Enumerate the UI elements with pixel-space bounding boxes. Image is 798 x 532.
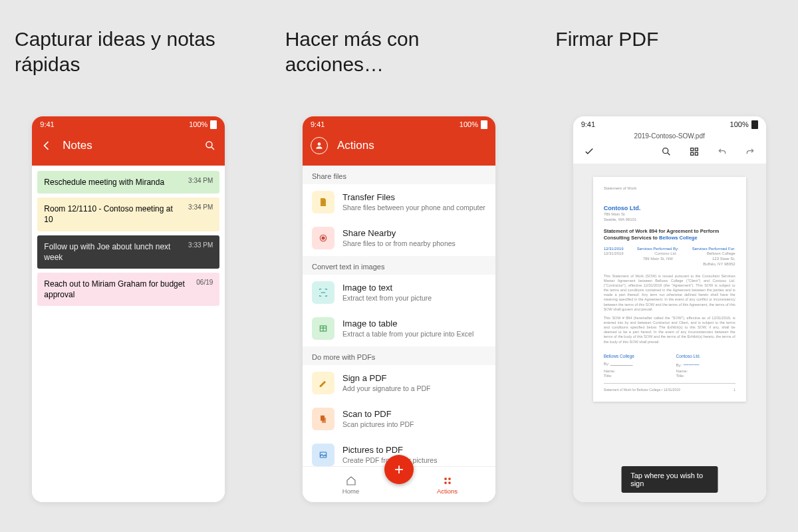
image-to-text-icon: [312, 281, 334, 304]
note-item[interactable]: Reach out to Miriam Graham for budget ap…: [37, 273, 219, 306]
bottom-nav: Home + Actions: [303, 466, 495, 502]
note-item[interactable]: Follow up with Joe about lunch next week…: [37, 235, 219, 269]
svg-point-11: [448, 481, 451, 484]
sig-label: Title:: [676, 374, 685, 378]
doc-page: 1: [733, 388, 735, 392]
action-title: Image to text: [342, 283, 432, 293]
action-title: Share Nearby: [342, 228, 456, 239]
section-label: Share files: [303, 166, 495, 184]
nav-label: Home: [342, 487, 359, 495]
battery-icon: [210, 120, 217, 129]
search-icon[interactable]: [203, 139, 217, 152]
action-scan-pdf[interactable]: Scan to PDF Scan pictures into PDF: [303, 401, 495, 437]
panel-sign-pdf: Firmar PDF 9:41 100% 2019-Contoso-SOW.pd…: [541, 0, 798, 532]
action-title: Scan to PDF: [342, 409, 414, 420]
note-item[interactable]: Room 12/1110 - Contoso meeting at 10 3:3…: [37, 198, 219, 231]
action-image-to-text[interactable]: Image to text Extract text from your pic…: [303, 275, 495, 311]
doc-col-head: Services Performed For:: [692, 247, 735, 252]
doc-by-addr: 789 Main St, NW: [643, 257, 673, 262]
doc-addr: 789 Main St: [604, 212, 735, 217]
panel-title: Hacer más con acciones…: [285, 27, 513, 80]
sig-label: Name:: [604, 369, 616, 373]
actions-header: 9:41 100% Actions: [303, 116, 495, 166]
sig-org: Contoso Ltd.: [676, 354, 701, 358]
sig-label: Title:: [604, 374, 612, 378]
transfer-icon: [312, 191, 334, 213]
doc-for: Bellows College: [707, 251, 735, 257]
action-image-to-table[interactable]: Image to table Extract a table from your…: [303, 311, 495, 346]
svg-point-10: [444, 481, 447, 484]
note-time: 3:34 PM: [188, 203, 213, 211]
svg-rect-15: [690, 152, 693, 155]
pdf-viewport[interactable]: Statement of Work Contoso Ltd. 789 Main …: [573, 164, 766, 502]
fab-add[interactable]: +: [384, 455, 414, 484]
nav-label: Actions: [437, 487, 458, 495]
note-text: Follow up with Joe about lunch next week: [44, 241, 183, 263]
action-sign-pdf[interactable]: Sign a PDF Add your signature to a PDF: [303, 365, 495, 401]
svg-point-1: [318, 142, 321, 146]
svg-rect-6: [322, 418, 326, 423]
status-time: 9:41: [40, 120, 54, 128]
action-title: Pictures to PDF: [342, 445, 437, 456]
action-subtitle: Share files to or from nearby phones: [342, 239, 456, 248]
pictures-pdf-icon: [312, 444, 334, 466]
sig-label: By:: [604, 362, 610, 366]
sig-label: Name:: [676, 369, 688, 373]
svg-rect-16: [695, 152, 698, 155]
status-time: 9:41: [311, 120, 325, 128]
sign-pdf-icon: [312, 372, 334, 394]
back-icon[interactable]: [40, 139, 53, 152]
undo-icon[interactable]: [716, 145, 729, 158]
status-battery: 100%: [460, 120, 478, 128]
grid-icon[interactable]: [688, 145, 701, 158]
doc-sow-title: Statement of Work 894 for Agreement to P…: [604, 228, 735, 241]
action-share-nearby[interactable]: Share Nearby Share files to or from near…: [303, 220, 495, 256]
doc-date: 12/31/2019: [604, 247, 624, 252]
toast-sign-hint: Tap where you wish to sign: [621, 466, 718, 493]
status-bar: 9:41 100%: [32, 116, 225, 132]
doc-for-addr: Buffalo, NY 98052: [703, 262, 735, 267]
section-label: Do more with PDFs: [303, 346, 495, 365]
battery-icon: [481, 120, 487, 129]
doc-type: Statement of Work: [604, 186, 735, 192]
doc-para: This Statement of Work (SOW) is issued p…: [604, 274, 735, 312]
note-text: Room 12/1110 - Contoso meeting at 10: [44, 203, 183, 225]
nav-home[interactable]: Home: [331, 475, 371, 495]
image-to-table-icon: [312, 317, 334, 340]
note-time: 06/19: [196, 279, 213, 286]
status-bar: 9:41 100%: [573, 116, 766, 132]
action-transfer-files[interactable]: Transfer Files Share files between your …: [303, 184, 495, 220]
search-icon[interactable]: [660, 145, 673, 158]
nav-actions[interactable]: Actions: [428, 475, 467, 495]
doc-company: Contoso Ltd.: [604, 205, 735, 213]
section-label: Convert text in images: [303, 256, 495, 275]
action-subtitle: Share files between your phone and compu…: [342, 203, 485, 212]
redo-icon[interactable]: [743, 145, 757, 158]
action-subtitle: Add your signature to a PDF: [342, 384, 431, 393]
doc-para: This SOW # 894 (hereinafter called the "…: [604, 316, 735, 344]
panel-actions: Hacer más con acciones… 9:41 100% Action…: [271, 0, 528, 532]
action-title: Image to table: [342, 319, 473, 329]
sig-label: By:: [676, 363, 682, 367]
check-icon[interactable]: [583, 145, 596, 158]
phone-pdf: 9:41 100% 2019-Contoso-SOW.pdf: [573, 116, 766, 502]
action-subtitle: Scan pictures into PDF: [342, 420, 414, 429]
pdf-filename: 2019-Contoso-SOW.pdf: [573, 132, 766, 142]
svg-rect-13: [690, 148, 693, 151]
action-title: Transfer Files: [342, 192, 485, 203]
share-nearby-icon: [312, 227, 334, 249]
svg-point-12: [662, 148, 668, 154]
svg-point-9: [448, 477, 451, 480]
battery-icon: [751, 120, 758, 129]
note-text: Reschedule meeting with Miranda: [44, 177, 183, 188]
status-battery: 100%: [189, 120, 207, 128]
svg-point-0: [206, 142, 212, 148]
action-title: Sign a PDF: [342, 373, 431, 384]
panel-title: Firmar PDF: [555, 27, 783, 80]
note-item[interactable]: Reschedule meeting with Miranda 3:34 PM: [37, 171, 219, 194]
note-text: Reach out to Miriam Graham for budget ap…: [44, 279, 191, 300]
pdf-page: Statement of Work Contoso Ltd. 789 Main …: [593, 177, 746, 402]
avatar-icon[interactable]: [311, 137, 328, 154]
svg-point-8: [444, 477, 447, 480]
sig-org: Bellows College: [604, 354, 634, 358]
